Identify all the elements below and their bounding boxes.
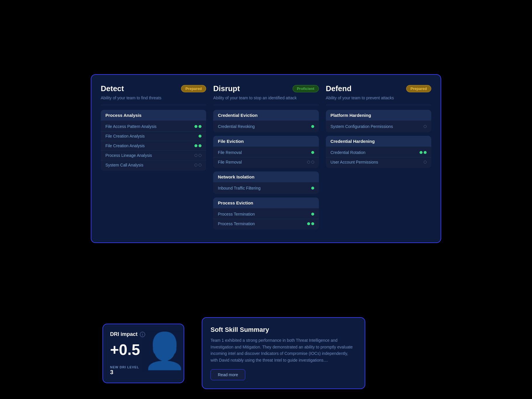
dot-green	[199, 135, 201, 138]
credential-hardening-card: Credential Hardening Credential Rotation…	[326, 136, 431, 168]
row-dots	[311, 151, 314, 154]
dot-empty	[311, 161, 314, 164]
dot-green	[194, 125, 197, 128]
table-row: Process Termination	[213, 219, 319, 228]
dot-green	[311, 222, 314, 225]
table-row: Inbound Traffic Filtering	[213, 183, 319, 193]
process-eviction-header: Process Eviction	[213, 197, 319, 208]
detect-title: Detect	[101, 84, 124, 93]
table-row: Credential Rotation	[326, 148, 431, 157]
soft-skill-title: Soft Skill Summary	[211, 326, 357, 334]
dri-value: +0.5	[110, 341, 177, 358]
disrupt-header: Disrupt Proficient Ability of your team …	[213, 84, 319, 100]
dot-green	[311, 213, 314, 216]
process-analysis-body: File Access Pattern Analysis File Creati…	[101, 121, 206, 171]
dot-green	[424, 151, 427, 154]
row-label: File Access Pattern Analysis	[105, 124, 157, 129]
detect-subtitle: Ability of your team to find threats	[101, 96, 206, 100]
process-eviction-card: Process Eviction Process Termination Pro…	[213, 197, 319, 230]
detect-header: Detect Prepared Ability of your team to …	[101, 84, 206, 100]
dot-empty	[424, 161, 427, 164]
row-label: File Removal	[218, 160, 242, 164]
network-isolation-card: Network Isolation Inbound Traffic Filter…	[213, 171, 319, 194]
dot-green	[311, 151, 314, 154]
row-label: File Creation Analysis	[105, 143, 145, 148]
row-label: Process Termination	[218, 212, 255, 216]
dot-green	[307, 222, 310, 225]
defend-title: Defend	[326, 84, 352, 93]
dri-level-label: NEW DRI LEVEL	[110, 365, 177, 369]
credential-eviction-body: Credential Revoking	[213, 121, 319, 132]
page-wrapper: Detect Prepared Ability of your team to …	[91, 74, 441, 325]
row-dots	[194, 154, 201, 157]
table-row: File Creation Analysis	[101, 141, 206, 151]
credential-hardening-body: Credential Rotation User Account Permiss…	[326, 147, 431, 168]
platform-hardening-card: Platform Hardening System Configuration …	[326, 110, 431, 132]
main-card: Detect Prepared Ability of your team to …	[91, 74, 441, 243]
table-row: System Call Analysis	[101, 160, 206, 170]
table-row: Process Termination	[213, 209, 319, 219]
row-dots	[424, 125, 427, 128]
row-dots	[424, 161, 427, 164]
dot-green	[199, 144, 201, 147]
row-label: File Removal	[218, 150, 242, 155]
table-row: File Creation Analysis	[101, 131, 206, 141]
dot-green	[194, 144, 197, 147]
row-dots	[307, 222, 314, 225]
disrupt-column: Disrupt Proficient Ability of your team …	[213, 84, 319, 233]
file-eviction-header: File Eviction	[213, 136, 319, 147]
credential-eviction-header: Credential Eviction	[213, 110, 319, 121]
dot-empty	[424, 125, 427, 128]
row-label: Credential Revoking	[218, 124, 255, 129]
row-dots	[311, 187, 314, 190]
dri-level-value: 3	[110, 369, 177, 376]
dot-empty	[199, 164, 201, 166]
disrupt-badge: Proficient	[293, 85, 319, 92]
dot-green	[311, 125, 314, 128]
row-dots	[307, 161, 314, 164]
row-label: Credential Rotation	[331, 150, 366, 155]
disrupt-subtitle: Ability of your team to stop an identifi…	[213, 96, 319, 100]
row-label: Process Termination	[218, 221, 255, 226]
table-row: System Configuration Permissions	[326, 122, 431, 131]
defend-badge: Prepared	[406, 85, 431, 92]
dot-green	[311, 187, 314, 190]
credential-eviction-card: Credential Eviction Credential Revoking	[213, 110, 319, 132]
table-row: File Access Pattern Analysis	[101, 122, 206, 131]
defend-header: Defend Prepared Ability of your team to …	[326, 84, 431, 100]
dot-green	[420, 151, 423, 154]
row-label: Inbound Traffic Filtering	[218, 186, 260, 190]
table-row: Process Lineage Analysis	[101, 151, 206, 160]
row-dots	[194, 164, 201, 166]
detect-badge: Prepared	[181, 85, 206, 92]
dot-empty	[307, 161, 310, 164]
row-dots	[199, 135, 201, 138]
row-label: System Call Analysis	[105, 163, 143, 167]
table-row: File Removal	[213, 157, 319, 167]
row-label: Process Lineage Analysis	[105, 153, 152, 158]
row-label: File Creation Analysis	[105, 134, 145, 138]
soft-skill-text: Team 1 exhibited a strong performance in…	[211, 337, 357, 363]
row-label: System Configuration Permissions	[331, 124, 393, 129]
row-dots	[311, 125, 314, 128]
row-dots	[420, 151, 427, 154]
dot-empty	[199, 154, 201, 157]
dot-green	[199, 125, 201, 128]
read-more-button[interactable]: Read more	[211, 369, 245, 380]
table-row: User Account Permissions	[326, 157, 431, 167]
file-eviction-body: File Removal File Removal	[213, 147, 319, 168]
dot-empty	[194, 154, 197, 157]
dri-title: DRI impact	[110, 331, 138, 337]
platform-hardening-header: Platform Hardening	[326, 110, 431, 121]
credential-hardening-header: Credential Hardening	[326, 136, 431, 147]
defend-column: Defend Prepared Ability of your team to …	[326, 84, 431, 233]
detect-column: Detect Prepared Ability of your team to …	[101, 84, 206, 233]
file-eviction-card: File Eviction File Removal File Removal	[213, 136, 319, 168]
process-analysis-card: Process Analysis File Access Pattern Ana…	[101, 110, 206, 171]
row-label: User Account Permissions	[331, 160, 378, 164]
row-dots	[194, 144, 201, 147]
dot-empty	[194, 164, 197, 166]
network-isolation-body: Inbound Traffic Filtering	[213, 182, 319, 194]
table-row: File Removal	[213, 148, 319, 157]
dri-card: DRI impact i +0.5 👤 NEW DRI LEVEL 3	[102, 324, 184, 383]
